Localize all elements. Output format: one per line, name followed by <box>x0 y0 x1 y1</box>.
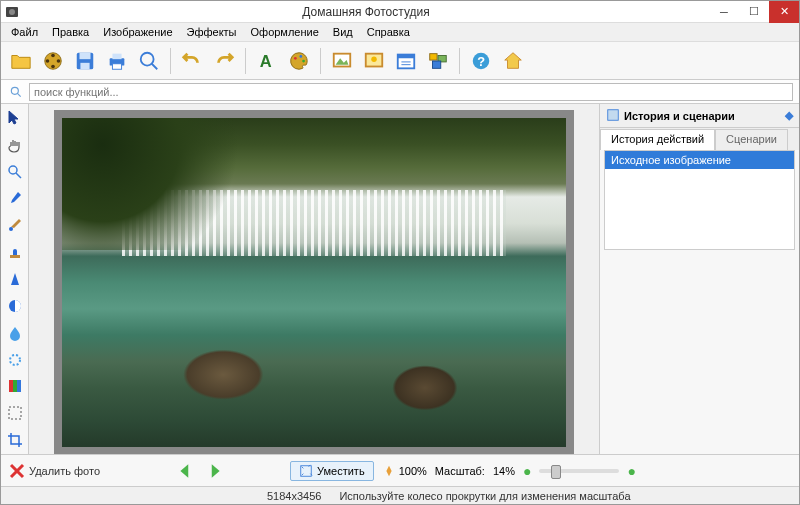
svg-rect-39 <box>10 255 20 258</box>
save-icon[interactable] <box>71 47 99 75</box>
menu-view[interactable]: Вид <box>327 24 359 40</box>
scale-value: 14% <box>493 465 515 477</box>
svg-point-36 <box>9 166 17 174</box>
svg-text:?: ? <box>477 53 485 68</box>
photo-waterfall <box>62 118 566 447</box>
maximize-button[interactable]: ☐ <box>739 1 769 23</box>
fit-button[interactable]: Уместить <box>290 461 374 481</box>
svg-point-13 <box>141 52 154 65</box>
close-button[interactable]: ✕ <box>769 1 799 23</box>
canvas-area[interactable] <box>29 104 599 461</box>
help-icon[interactable]: ? <box>467 47 495 75</box>
eyedropper-tool-icon[interactable] <box>5 189 25 209</box>
svg-marker-50 <box>180 464 188 478</box>
menu-design[interactable]: Оформление <box>245 24 325 40</box>
print-icon[interactable] <box>103 47 131 75</box>
right-panel-title: История и сценарии <box>624 110 735 122</box>
svg-line-14 <box>152 63 158 69</box>
svg-text:A: A <box>260 52 272 70</box>
brush-tool-icon[interactable] <box>5 215 25 235</box>
prev-arrow-icon[interactable] <box>176 461 196 481</box>
svg-point-38 <box>9 227 13 231</box>
stamp-tool-icon[interactable] <box>5 242 25 262</box>
svg-rect-43 <box>9 380 13 392</box>
svg-point-4 <box>57 59 61 63</box>
menu-file[interactable]: Файл <box>5 24 44 40</box>
svg-rect-11 <box>112 53 121 59</box>
film-reel-icon[interactable] <box>39 47 67 75</box>
function-search-input[interactable] <box>29 83 793 101</box>
menu-effects[interactable]: Эффекты <box>181 24 243 40</box>
zoom-100-button[interactable]: 100% <box>382 464 427 478</box>
status-hint: Используйте колесо прокрутки для изменен… <box>339 490 630 502</box>
zoom-in-icon[interactable]: ● <box>627 463 635 479</box>
magnifier-tool-icon[interactable] <box>5 162 25 182</box>
menu-edit[interactable]: Правка <box>46 24 95 40</box>
svg-line-37 <box>16 173 21 178</box>
open-folder-icon[interactable] <box>7 47 35 75</box>
svg-point-6 <box>46 59 50 63</box>
menu-image[interactable]: Изображение <box>97 24 178 40</box>
menu-bar: Файл Правка Изображение Эффекты Оформлен… <box>1 23 799 42</box>
fit-label: Уместить <box>317 465 365 477</box>
svg-marker-53 <box>386 465 391 476</box>
color-bars-tool-icon[interactable] <box>5 376 25 396</box>
svg-rect-8 <box>80 52 91 58</box>
menu-help[interactable]: Справка <box>361 24 416 40</box>
sun-picture-icon[interactable] <box>360 47 388 75</box>
crop-tool-icon[interactable] <box>5 430 25 450</box>
next-arrow-icon[interactable] <box>204 461 224 481</box>
tab-scenarios[interactable]: Сценарии <box>715 129 788 150</box>
contrast-tool-icon[interactable] <box>5 296 25 316</box>
calendar-icon[interactable] <box>392 47 420 75</box>
zoom-icon[interactable] <box>135 47 163 75</box>
scale-label: Масштаб: <box>435 465 485 477</box>
svg-rect-46 <box>9 407 21 419</box>
picture-frame-icon[interactable] <box>328 47 356 75</box>
svg-marker-32 <box>505 52 522 68</box>
svg-rect-45 <box>17 380 21 392</box>
svg-marker-40 <box>11 273 19 285</box>
pointer-tool-icon[interactable] <box>5 108 25 128</box>
image-frame <box>54 110 574 455</box>
svg-marker-35 <box>9 111 18 124</box>
zoom-slider[interactable] <box>539 469 619 473</box>
tab-history[interactable]: История действий <box>600 129 715 150</box>
text-icon[interactable]: A <box>253 47 281 75</box>
history-item[interactable]: Исходное изображение <box>605 151 794 169</box>
left-tool-strip <box>1 104 29 454</box>
delete-photo-button[interactable]: Удалить фото <box>9 463 100 479</box>
sharpen-tool-icon[interactable] <box>5 269 25 289</box>
main-toolbar: A ? <box>1 42 799 80</box>
home-icon[interactable] <box>499 47 527 75</box>
svg-rect-29 <box>433 61 441 68</box>
palette-icon[interactable] <box>285 47 313 75</box>
svg-rect-12 <box>112 63 121 69</box>
svg-rect-9 <box>80 62 89 68</box>
blur-tool-icon[interactable] <box>5 323 25 343</box>
window-title: Домашняя Фотостудия <box>23 5 709 19</box>
collapse-panel-icon[interactable]: ◆ <box>785 109 793 122</box>
smudge-tool-icon[interactable] <box>5 350 25 370</box>
svg-point-5 <box>51 64 55 68</box>
redo-icon[interactable] <box>210 47 238 75</box>
minimize-button[interactable]: ─ <box>709 1 739 23</box>
zoom-out-icon[interactable]: ● <box>523 463 531 479</box>
svg-point-22 <box>371 56 377 62</box>
delete-photo-label: Удалить фото <box>29 465 100 477</box>
svg-rect-24 <box>398 54 415 58</box>
svg-rect-47 <box>608 109 619 120</box>
history-list[interactable]: Исходное изображение <box>604 150 795 250</box>
hand-tool-icon[interactable] <box>5 135 25 155</box>
status-dimensions: 5184x3456 <box>267 490 321 502</box>
marquee-tool-icon[interactable] <box>5 403 25 423</box>
svg-rect-44 <box>13 380 17 392</box>
svg-point-17 <box>299 55 302 58</box>
svg-point-16 <box>294 56 297 59</box>
svg-point-3 <box>51 53 55 57</box>
collage-icon[interactable] <box>424 47 452 75</box>
search-icon <box>7 85 25 99</box>
svg-point-1 <box>9 9 15 15</box>
svg-rect-27 <box>430 53 437 59</box>
undo-icon[interactable] <box>178 47 206 75</box>
